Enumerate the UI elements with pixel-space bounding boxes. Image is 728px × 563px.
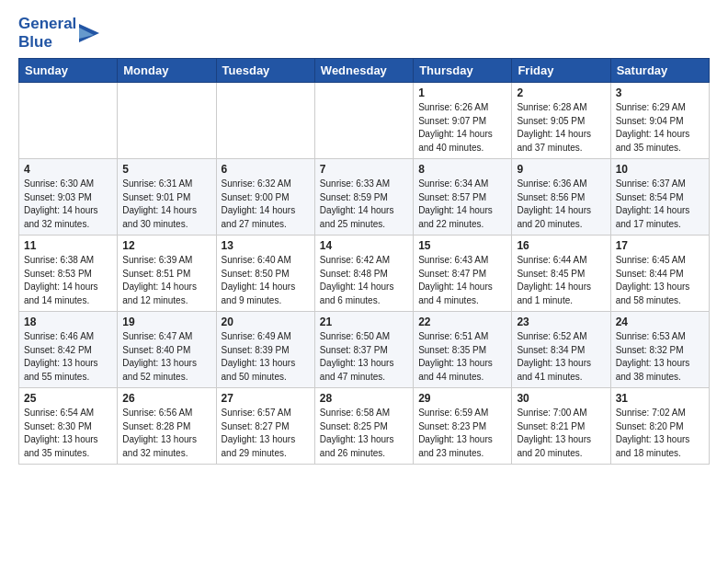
day-number: 11: [24, 239, 112, 252]
day-cell: 24Sunrise: 6:53 AM Sunset: 8:32 PM Dayli…: [610, 312, 709, 388]
week-row-3: 11Sunrise: 6:38 AM Sunset: 8:53 PM Dayli…: [19, 236, 710, 312]
weekday-friday: Friday: [512, 59, 610, 83]
day-info: Sunrise: 7:00 AM Sunset: 8:21 PM Dayligh…: [517, 407, 605, 460]
day-number: 28: [320, 392, 408, 405]
day-number: 20: [222, 316, 310, 328]
day-info: Sunrise: 6:44 AM Sunset: 8:45 PM Dayligh…: [517, 254, 605, 307]
day-info: Sunrise: 6:47 AM Sunset: 8:40 PM Dayligh…: [122, 330, 210, 384]
day-info: Sunrise: 6:57 AM Sunset: 8:27 PM Dayligh…: [222, 407, 310, 460]
day-cell: 21Sunrise: 6:50 AM Sunset: 8:37 PM Dayli…: [314, 312, 413, 388]
day-info: Sunrise: 6:45 AM Sunset: 8:44 PM Dayligh…: [616, 254, 704, 307]
day-cell: 4Sunrise: 6:30 AM Sunset: 9:03 PM Daylig…: [19, 159, 118, 236]
day-cell: 18Sunrise: 6:46 AM Sunset: 8:42 PM Dayli…: [19, 312, 118, 388]
header: General Blue: [18, 15, 710, 51]
weekday-saturday: Saturday: [610, 59, 709, 83]
day-info: Sunrise: 6:32 AM Sunset: 9:00 PM Dayligh…: [222, 178, 310, 231]
day-number: 21: [320, 316, 408, 328]
day-cell: 2Sunrise: 6:28 AM Sunset: 9:05 PM Daylig…: [512, 83, 610, 159]
day-number: 14: [320, 239, 408, 252]
day-info: Sunrise: 6:34 AM Sunset: 8:57 PM Dayligh…: [418, 178, 506, 231]
logo-general-text: General: [18, 15, 76, 33]
day-info: Sunrise: 6:58 AM Sunset: 8:25 PM Dayligh…: [320, 407, 408, 460]
day-info: Sunrise: 6:28 AM Sunset: 9:05 PM Dayligh…: [517, 101, 605, 155]
day-number: 30: [517, 392, 605, 405]
day-number: 13: [222, 239, 310, 252]
day-cell: 15Sunrise: 6:43 AM Sunset: 8:47 PM Dayli…: [414, 236, 512, 312]
day-cell: 7Sunrise: 6:33 AM Sunset: 8:59 PM Daylig…: [314, 159, 413, 236]
day-info: Sunrise: 6:50 AM Sunset: 8:37 PM Dayligh…: [320, 330, 408, 384]
day-cell: 14Sunrise: 6:42 AM Sunset: 8:48 PM Dayli…: [314, 236, 413, 312]
day-cell: 11Sunrise: 6:38 AM Sunset: 8:53 PM Dayli…: [19, 236, 118, 312]
day-cell: 12Sunrise: 6:39 AM Sunset: 8:51 PM Dayli…: [118, 236, 216, 312]
day-info: Sunrise: 6:43 AM Sunset: 8:47 PM Dayligh…: [418, 254, 506, 307]
day-cell: 8Sunrise: 6:34 AM Sunset: 8:57 PM Daylig…: [414, 159, 512, 236]
day-number: 8: [418, 163, 506, 176]
day-cell: 1Sunrise: 6:26 AM Sunset: 9:07 PM Daylig…: [414, 83, 512, 159]
day-cell: 31Sunrise: 7:02 AM Sunset: 8:20 PM Dayli…: [610, 388, 709, 465]
day-info: Sunrise: 6:54 AM Sunset: 8:30 PM Dayligh…: [24, 407, 112, 460]
weekday-sunday: Sunday: [19, 59, 118, 83]
day-info: Sunrise: 6:51 AM Sunset: 8:35 PM Dayligh…: [418, 330, 506, 384]
day-cell: 13Sunrise: 6:40 AM Sunset: 8:50 PM Dayli…: [216, 236, 314, 312]
day-number: 23: [517, 316, 605, 328]
weekday-header-row: SundayMondayTuesdayWednesdayThursdayFrid…: [19, 59, 710, 83]
day-cell: [19, 83, 118, 159]
day-number: 5: [122, 163, 210, 176]
weekday-monday: Monday: [118, 59, 216, 83]
day-number: 9: [517, 163, 605, 176]
day-cell: 27Sunrise: 6:57 AM Sunset: 8:27 PM Dayli…: [216, 388, 314, 465]
day-number: 1: [418, 86, 506, 99]
day-cell: 9Sunrise: 6:36 AM Sunset: 8:56 PM Daylig…: [512, 159, 610, 236]
day-number: 7: [320, 163, 408, 176]
week-row-2: 4Sunrise: 6:30 AM Sunset: 9:03 PM Daylig…: [19, 159, 710, 236]
day-info: Sunrise: 6:33 AM Sunset: 8:59 PM Dayligh…: [320, 178, 408, 231]
day-cell: [216, 83, 314, 159]
day-cell: 22Sunrise: 6:51 AM Sunset: 8:35 PM Dayli…: [414, 312, 512, 388]
day-info: Sunrise: 6:36 AM Sunset: 8:56 PM Dayligh…: [517, 178, 605, 231]
day-cell: 29Sunrise: 6:59 AM Sunset: 8:23 PM Dayli…: [414, 388, 512, 465]
day-number: 4: [24, 163, 112, 176]
day-cell: 16Sunrise: 6:44 AM Sunset: 8:45 PM Dayli…: [512, 236, 610, 312]
day-cell: 30Sunrise: 7:00 AM Sunset: 8:21 PM Dayli…: [512, 388, 610, 465]
day-info: Sunrise: 6:42 AM Sunset: 8:48 PM Dayligh…: [320, 254, 408, 307]
day-cell: 19Sunrise: 6:47 AM Sunset: 8:40 PM Dayli…: [118, 312, 216, 388]
day-number: 16: [517, 239, 605, 252]
day-info: Sunrise: 6:30 AM Sunset: 9:03 PM Dayligh…: [24, 178, 112, 231]
day-number: 2: [517, 86, 605, 99]
logo: General Blue: [18, 15, 99, 51]
weekday-wednesday: Wednesday: [314, 59, 413, 83]
day-number: 17: [616, 239, 704, 252]
day-number: 10: [616, 163, 704, 176]
day-number: 22: [418, 316, 506, 328]
day-info: Sunrise: 6:49 AM Sunset: 8:39 PM Dayligh…: [222, 330, 310, 384]
day-cell: 17Sunrise: 6:45 AM Sunset: 8:44 PM Dayli…: [610, 236, 709, 312]
day-cell: 28Sunrise: 6:58 AM Sunset: 8:25 PM Dayli…: [314, 388, 413, 465]
day-info: Sunrise: 6:31 AM Sunset: 9:01 PM Dayligh…: [122, 178, 210, 231]
week-row-5: 25Sunrise: 6:54 AM Sunset: 8:30 PM Dayli…: [19, 388, 710, 465]
day-cell: 20Sunrise: 6:49 AM Sunset: 8:39 PM Dayli…: [216, 312, 314, 388]
page: General Blue SundayMondayTuesdayWednesda…: [0, 0, 728, 563]
day-number: 6: [222, 163, 310, 176]
day-number: 25: [24, 392, 112, 405]
day-number: 27: [222, 392, 310, 405]
day-info: Sunrise: 7:02 AM Sunset: 8:20 PM Dayligh…: [616, 407, 704, 460]
day-number: 12: [122, 239, 210, 252]
day-number: 18: [24, 316, 112, 328]
day-info: Sunrise: 6:39 AM Sunset: 8:51 PM Dayligh…: [122, 254, 210, 307]
day-cell: 23Sunrise: 6:52 AM Sunset: 8:34 PM Dayli…: [512, 312, 610, 388]
day-cell: 25Sunrise: 6:54 AM Sunset: 8:30 PM Dayli…: [19, 388, 118, 465]
calendar-table: SundayMondayTuesdayWednesdayThursdayFrid…: [18, 58, 710, 465]
day-info: Sunrise: 6:56 AM Sunset: 8:28 PM Dayligh…: [122, 407, 210, 460]
weekday-thursday: Thursday: [414, 59, 512, 83]
day-info: Sunrise: 6:40 AM Sunset: 8:50 PM Dayligh…: [222, 254, 310, 307]
day-cell: 3Sunrise: 6:29 AM Sunset: 9:04 PM Daylig…: [610, 83, 709, 159]
day-info: Sunrise: 6:26 AM Sunset: 9:07 PM Dayligh…: [418, 101, 506, 155]
day-cell: 26Sunrise: 6:56 AM Sunset: 8:28 PM Dayli…: [118, 388, 216, 465]
logo-blue-text: Blue: [18, 33, 76, 52]
day-info: Sunrise: 6:59 AM Sunset: 8:23 PM Dayligh…: [418, 407, 506, 460]
day-info: Sunrise: 6:46 AM Sunset: 8:42 PM Dayligh…: [24, 330, 112, 384]
day-info: Sunrise: 6:29 AM Sunset: 9:04 PM Dayligh…: [616, 101, 704, 155]
day-number: 3: [616, 86, 704, 99]
day-cell: 10Sunrise: 6:37 AM Sunset: 8:54 PM Dayli…: [610, 159, 709, 236]
day-number: 15: [418, 239, 506, 252]
